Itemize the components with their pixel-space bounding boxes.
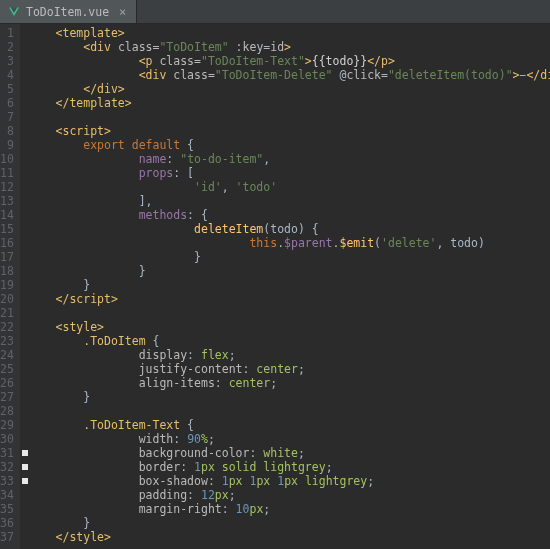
line-number: 32 [0,460,14,474]
code-line[interactable]: width: 90%; [28,432,550,446]
line-number: 37 [0,530,14,544]
vue-icon [8,6,20,18]
code-line[interactable]: </div> [28,82,550,96]
file-tab[interactable]: ToDoItem.vue × [0,0,137,23]
code-line[interactable]: <div class="ToDoItem" :key=id> [28,40,550,54]
line-number: 33 [0,474,14,488]
line-number: 20 [0,292,14,306]
code-line[interactable]: } [28,516,550,530]
code-line[interactable]: background-color: white; [28,446,550,460]
code-area[interactable]: <template> <div class="ToDoItem" :key=id… [20,24,550,549]
line-number: 28 [0,404,14,418]
line-number: 14 [0,208,14,222]
line-number: 9 [0,138,14,152]
code-line[interactable]: .ToDoItem-Text { [28,418,550,432]
code-line[interactable]: deleteItem(todo) { [28,222,550,236]
line-number: 13 [0,194,14,208]
line-number: 7 [0,110,14,124]
line-number: 26 [0,376,14,390]
code-line[interactable]: <script> [28,124,550,138]
close-icon[interactable]: × [115,5,126,19]
line-number: 11 [0,166,14,180]
code-line[interactable]: methods: { [28,208,550,222]
line-number: 5 [0,82,14,96]
code-line[interactable]: name: "to-do-item", [28,152,550,166]
line-number: 17 [0,250,14,264]
code-line[interactable]: ], [28,194,550,208]
code-line[interactable]: justify-content: center; [28,362,550,376]
line-number: 4 [0,68,14,82]
line-number: 18 [0,264,14,278]
line-number: 34 [0,488,14,502]
code-line[interactable] [28,110,550,124]
code-line[interactable]: box-shadow: 1px 1px 1px lightgrey; [28,474,550,488]
code-line[interactable]: } [28,278,550,292]
line-number: 10 [0,152,14,166]
code-line[interactable]: </template> [28,96,550,110]
line-number: 22 [0,320,14,334]
code-line[interactable]: .ToDoItem { [28,334,550,348]
code-line[interactable]: this.$parent.$emit('delete', todo) [28,236,550,250]
code-line[interactable]: } [28,264,550,278]
code-editor[interactable]: 1234567891011121314151617181920212223242… [0,24,550,549]
code-line[interactable] [28,404,550,418]
code-line[interactable]: padding: 12px; [28,488,550,502]
code-line[interactable]: display: flex; [28,348,550,362]
code-line[interactable]: props: [ [28,166,550,180]
line-number: 15 [0,222,14,236]
line-number: 21 [0,306,14,320]
code-line[interactable]: </script> [28,292,550,306]
line-number: 25 [0,362,14,376]
code-line[interactable]: <p class="ToDoItem-Text">{{todo}}</p> [28,54,550,68]
code-line[interactable]: } [28,250,550,264]
line-number: 24 [0,348,14,362]
tab-bar: ToDoItem.vue × [0,0,550,24]
line-number: 30 [0,432,14,446]
line-number: 35 [0,502,14,516]
line-number: 23 [0,334,14,348]
code-line[interactable]: align-items: center; [28,376,550,390]
code-line[interactable]: </style> [28,530,550,544]
code-line[interactable]: export default { [28,138,550,152]
code-line[interactable]: <div class="ToDoItem-Delete" @click="del… [28,68,550,82]
line-number: 36 [0,516,14,530]
code-line[interactable]: } [28,390,550,404]
line-number: 27 [0,390,14,404]
line-number: 6 [0,96,14,110]
tab-filename: ToDoItem.vue [26,5,109,19]
line-number: 1 [0,26,14,40]
code-line[interactable]: margin-right: 10px; [28,502,550,516]
line-number: 8 [0,124,14,138]
line-number: 16 [0,236,14,250]
line-number-gutter: 1234567891011121314151617181920212223242… [0,24,20,549]
line-number: 2 [0,40,14,54]
line-number: 19 [0,278,14,292]
line-number: 3 [0,54,14,68]
code-line[interactable]: 'id', 'todo' [28,180,550,194]
line-number: 31 [0,446,14,460]
code-line[interactable]: <style> [28,320,550,334]
line-number: 12 [0,180,14,194]
code-line[interactable]: border: 1px solid lightgrey; [28,460,550,474]
code-line[interactable]: <template> [28,26,550,40]
line-number: 29 [0,418,14,432]
code-line[interactable] [28,306,550,320]
